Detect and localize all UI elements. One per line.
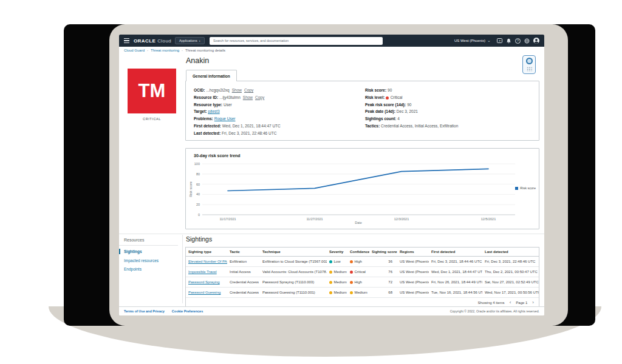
topbar-icon-group: > ? [497, 35, 539, 47]
field-value: Credential Access, Initial Access, Exfil… [381, 124, 458, 128]
technique-cell: Password Guessing (T1110.001) [260, 288, 327, 298]
tactic-cell: Credential Access [227, 277, 260, 288]
top-nav-bar: ORACLE Cloud Applications › US West (Pho… [119, 35, 544, 47]
severity-caption: CRITICAL [128, 117, 176, 121]
dot-grid-icon [526, 66, 532, 72]
user-avatar-icon[interactable] [533, 38, 539, 44]
info-field: Sightings count:4 [365, 116, 458, 121]
next-page-icon[interactable]: › [532, 301, 534, 305]
field-link[interactable]: pjtest3 [208, 109, 220, 113]
info-field: Resource type:User [194, 103, 281, 107]
sighting-type-link[interactable]: Impossible Travel [188, 270, 217, 274]
severity-cell: Low [327, 257, 347, 267]
field-value: Fri, Dec 3, 2021, 22:48:46 UTC [222, 131, 276, 135]
page-title: Anakin [186, 56, 209, 65]
sighting-score-cell: 76 [369, 267, 397, 277]
field-value: User [224, 103, 232, 107]
svg-text:60: 60 [196, 183, 200, 186]
status-dot [386, 96, 389, 99]
confidence-cell: Critical [347, 267, 369, 277]
breadcrumb: Cloud Guard - Threat monitoring - Threat… [124, 49, 225, 52]
svg-text:40: 40 [196, 192, 200, 196]
oracle-cloud-logo[interactable]: ORACLE Cloud [134, 35, 171, 47]
search-input[interactable] [210, 37, 383, 45]
field-value: Dec 3, 2021 [397, 109, 418, 113]
field-label: OCID: [194, 88, 205, 92]
sighting-type-link[interactable]: Password Spraying [188, 280, 220, 284]
confidence-dot [350, 281, 353, 284]
hamburger-icon[interactable] [124, 38, 129, 43]
field-value: Wed, Dec 1, 2021, 18:44:47 UTC [222, 124, 281, 128]
svg-text:100: 100 [194, 162, 200, 166]
breadcrumb-current: Threat monitoring details [185, 49, 225, 52]
field-label: Peak risk score (14d): [365, 103, 406, 107]
resources-list-item[interactable]: Sightings [119, 249, 178, 254]
table-row: Impossible Travel Initial Access Valid A… [186, 267, 539, 277]
last-detected-cell: Thu, Dec 2, 2021, 00:50:47 UTC [482, 267, 539, 277]
confidence-cell: High [347, 277, 369, 288]
first-detected-cell: Tue, Nov 16, 2021, 18:44:56 UTC [429, 288, 482, 298]
table-row: Password Spraying Credential Access Pass… [186, 277, 539, 288]
sighting-type-link[interactable]: Password Guessing [188, 291, 220, 294]
bell-icon[interactable] [506, 38, 511, 44]
show-link[interactable]: Show [243, 95, 253, 99]
field-value: Critical [391, 95, 403, 99]
tactic-cell: Exfiltration [227, 257, 260, 267]
previous-page-icon[interactable]: ‹ [510, 301, 511, 305]
info-field: Problems:Rogue User [194, 116, 281, 121]
confidence-dot [350, 260, 353, 263]
breadcrumb-separator: - [147, 49, 148, 52]
first-detected-cell: Fri, Nov 26, 2021, 18:44:49 UTC [429, 277, 482, 288]
globe-icon[interactable] [524, 38, 530, 44]
field-label: Risk score: [365, 88, 386, 92]
cloud-shell-icon[interactable]: > [497, 38, 502, 43]
svg-text:0: 0 [198, 213, 200, 217]
copy-link[interactable]: Copy [244, 88, 253, 92]
help-icon[interactable]: ? [515, 38, 521, 44]
field-label: Sightings count: [365, 116, 396, 121]
risk-trend-panel: 30-day risk score trend Risk score 02040… [185, 148, 539, 229]
info-field: Resource ID:...ijy43tulmnShowCopy [194, 95, 281, 99]
breadcrumb-cloud-guard[interactable]: Cloud Guard [124, 49, 145, 52]
severity-dot [329, 291, 332, 294]
first-detected-cell: Wed, Dec 1, 2021, 18:44:47 UTC [429, 267, 482, 277]
brand-cloud: Cloud [157, 38, 171, 44]
tab-general-information[interactable]: General information [186, 70, 237, 81]
target-ring-icon [526, 58, 533, 64]
info-field: Risk score:90 [365, 88, 458, 92]
field-label: Risk level: [365, 95, 384, 99]
info-column-left: OCID:...hcgqv2i2xqShowCopy Resource ID:.… [194, 88, 281, 138]
sighting-score-cell: 72 [369, 277, 397, 288]
severity-cell: Medium [327, 277, 347, 288]
info-field: OCID:...hcgqv2i2xqShowCopy [194, 88, 281, 92]
confidence-dot [350, 271, 353, 274]
field-label: Target: [194, 109, 207, 113]
resources-list-item[interactable]: Endpoints [119, 267, 178, 271]
table-row: Password Guessing Credential Access Pass… [186, 288, 539, 298]
terms-link[interactable]: Terms of Use and Privacy [124, 309, 165, 313]
field-link[interactable]: Rogue User [214, 116, 236, 121]
x-axis-label: Date [340, 221, 377, 224]
col-first-detected: First detected [429, 248, 482, 257]
breadcrumb-threat-monitoring[interactable]: Threat monitoring [151, 49, 179, 52]
region-selector[interactable]: US West (Phoenix) ⌄ [454, 35, 491, 47]
field-label: Peak date (14d): [365, 109, 395, 113]
copy-link[interactable]: Copy [255, 95, 264, 99]
applications-button[interactable]: Applications › [175, 37, 205, 44]
cookie-preferences-link[interactable]: Cookie Preferences [172, 309, 203, 313]
resources-list-item[interactable]: Impacted resources [119, 258, 178, 263]
table-row: Elevated Number Of PARs Exfiltration Exf… [186, 257, 539, 267]
explore-button[interactable] [522, 55, 536, 74]
svg-text:12/5/2021: 12/5/2021 [481, 217, 496, 221]
risk-trend-chart: 02040608010011/17/202111/27/202112/3/202… [186, 149, 540, 230]
chevron-right-icon: › [199, 39, 200, 42]
sightings-table-panel: Sighting type Tactic Technique Severity … [185, 247, 539, 308]
col-severity: Severity [327, 248, 347, 257]
legend-label: Risk score [520, 186, 536, 190]
info-field: Peak risk score (14d):90 [365, 103, 458, 107]
col-regions: Regions [397, 248, 429, 257]
sighting-type-link[interactable]: Elevated Number Of PARs [188, 260, 227, 263]
resources-rail: Resources SightingsImpacted resourcesEnd… [119, 237, 178, 276]
show-link[interactable]: Show [232, 88, 242, 92]
field-value: ...ijy43tulmn [219, 95, 241, 99]
